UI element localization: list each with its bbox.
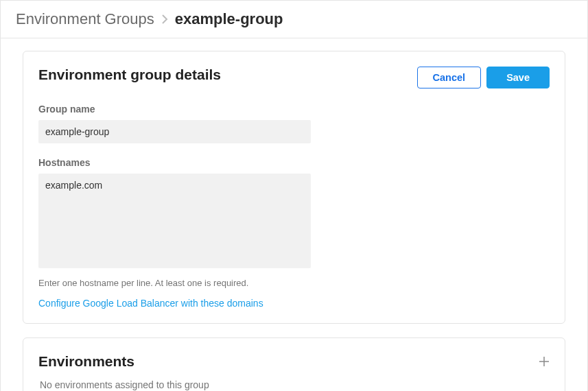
add-environment-button[interactable]	[539, 356, 550, 367]
cancel-button[interactable]: Cancel	[417, 67, 482, 88]
group-name-input[interactable]	[38, 120, 311, 143]
group-name-label: Group name	[38, 104, 550, 115]
page-container: Environment Groups example-group Environ…	[0, 0, 588, 391]
breadcrumb-root-link[interactable]: Environment Groups	[16, 10, 154, 28]
details-title: Environment group details	[38, 67, 221, 83]
hostnames-field: Hostnames Enter one hostname per line. A…	[38, 157, 550, 309]
action-buttons: Cancel Save	[417, 67, 550, 88]
environments-card: Environments No environments assigned to…	[23, 337, 565, 391]
details-card: Environment group details Cancel Save Gr…	[23, 51, 565, 324]
hostnames-input[interactable]	[38, 174, 311, 268]
hostnames-label: Hostnames	[38, 157, 550, 168]
breadcrumb: Environment Groups example-group	[1, 0, 587, 38]
configure-lb-link[interactable]: Configure Google Load Balancer with thes…	[38, 298, 263, 309]
details-card-header: Environment group details Cancel Save	[38, 67, 550, 88]
save-button[interactable]: Save	[486, 67, 550, 88]
hostnames-helper: Enter one hostname per line. At least on…	[38, 278, 550, 288]
group-name-field: Group name	[38, 104, 550, 143]
content-area: Environment group details Cancel Save Gr…	[1, 38, 587, 391]
environments-empty-text: No environments assigned to this group	[38, 379, 550, 390]
environments-title: Environments	[38, 353, 134, 370]
chevron-right-icon	[161, 14, 168, 25]
breadcrumb-current: example-group	[175, 10, 283, 28]
environments-header: Environments	[38, 353, 550, 370]
